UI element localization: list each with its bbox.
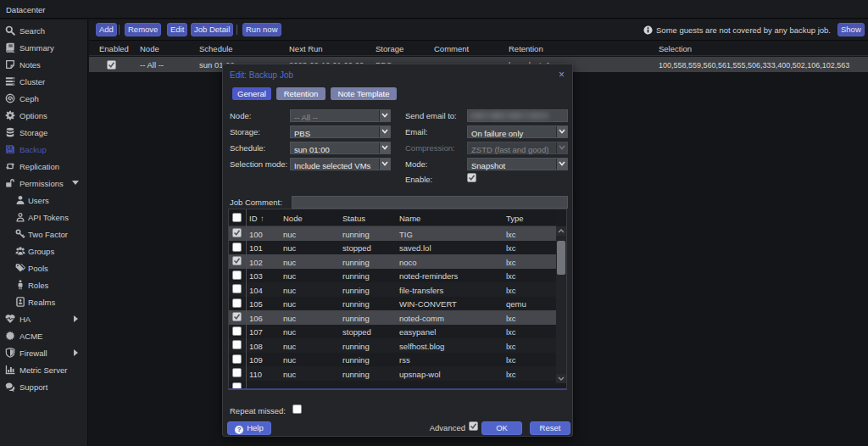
sidebar-item-realms[interactable]: Realms xyxy=(0,293,87,310)
row-checkbox[interactable] xyxy=(232,368,242,377)
grid-column-header-node[interactable]: Node xyxy=(283,214,303,223)
row-checkbox[interactable] xyxy=(232,228,242,237)
enable-checkbox[interactable] xyxy=(467,173,476,182)
column-header-next-run[interactable]: Next Run xyxy=(289,44,323,53)
sidebar-item-roles[interactable]: Roles xyxy=(0,276,87,293)
sidebar-item-storage[interactable]: Storage xyxy=(0,124,87,141)
column-header-node[interactable]: Node xyxy=(140,44,159,53)
row-checkbox[interactable] xyxy=(232,354,242,364)
grid-row-108[interactable]: 108nucrunningselfhost.bloglxc xyxy=(229,338,566,353)
mode-dropdown-trigger[interactable] xyxy=(556,159,567,170)
row-checkbox[interactable] xyxy=(232,326,242,336)
grid-row-102[interactable]: 102nucrunningnocolxc xyxy=(229,254,566,269)
sidebar-item-groups[interactable]: Groups xyxy=(0,243,87,259)
tab-retention[interactable]: Retention xyxy=(276,87,326,100)
tab-general[interactable]: General xyxy=(232,87,271,100)
schedule-combobox[interactable]: sun 01:00 xyxy=(290,142,391,154)
grid-row-partial[interactable] xyxy=(229,381,566,389)
sidebar-item-search[interactable]: Search xyxy=(0,22,87,39)
sidebar-item-pools[interactable]: Pools xyxy=(0,259,87,276)
sidebar-item-firewall[interactable]: Firewall xyxy=(0,344,87,361)
storage-dropdown-trigger[interactable] xyxy=(379,126,390,137)
email-dropdown-trigger[interactable] xyxy=(556,126,567,137)
remove-button[interactable]: Remove xyxy=(125,23,161,36)
selection-mode-combobox[interactable]: Include selected VMs xyxy=(290,158,391,170)
sidebar-item-ceph[interactable]: Ceph xyxy=(0,90,87,107)
scroll-down-icon[interactable] xyxy=(556,374,566,383)
schedule-dropdown-trigger[interactable] xyxy=(379,142,390,153)
row-checkbox[interactable] xyxy=(232,312,242,321)
sidebar-item-notes[interactable]: Notes xyxy=(0,56,87,73)
reset-button[interactable]: Reset xyxy=(530,421,570,435)
row-checkbox[interactable] xyxy=(232,270,242,280)
grid-column-header-type[interactable]: Type xyxy=(506,214,524,223)
row-checkbox[interactable] xyxy=(232,256,242,265)
column-header-selection[interactable]: Selection xyxy=(659,44,692,53)
column-header-schedule[interactable]: Schedule xyxy=(199,44,233,53)
column-header-storage[interactable]: Storage xyxy=(376,44,403,53)
job-comment-input[interactable] xyxy=(292,196,568,209)
row-checkbox[interactable] xyxy=(232,284,242,293)
sidebar-item-users[interactable]: Users xyxy=(0,192,87,209)
sidebar-item-permissions[interactable]: Permissions xyxy=(0,175,87,192)
node-combobox[interactable]: -- All -- xyxy=(290,109,391,122)
grid-scrollbar[interactable] xyxy=(556,226,566,383)
grid-row-110[interactable]: 110nucrunningupsnap-wollxc xyxy=(229,366,566,381)
node-dropdown-trigger[interactable] xyxy=(379,110,390,121)
grid-cell-status: running xyxy=(342,299,370,309)
sidebar-item-backup[interactable]: Backup xyxy=(0,141,87,158)
column-header-enabled[interactable]: Enabled xyxy=(99,44,129,53)
row-checkbox[interactable] xyxy=(232,340,242,349)
grid-row-106[interactable]: 106nucrunningnoted-commlxc xyxy=(229,310,566,325)
select-all-checkbox[interactable] xyxy=(232,213,242,222)
tab-note-template[interactable]: Note Template xyxy=(331,87,397,100)
sidebar-item-ha[interactable]: HA xyxy=(0,310,87,327)
row-checkbox[interactable] xyxy=(232,298,242,308)
dialog-close-icon[interactable]: × xyxy=(559,70,565,80)
row-checkbox[interactable] xyxy=(232,382,242,389)
grid-row-100[interactable]: 100nucrunningTIGlxc xyxy=(229,226,566,241)
sidebar-item-metric-server[interactable]: Metric Server xyxy=(0,361,87,378)
sidebar-item-summary[interactable]: Summary xyxy=(0,39,87,56)
grid-row-101[interactable]: 101nucstoppedsaved.lollxc xyxy=(229,241,566,255)
sidebar-item-support[interactable]: Support xyxy=(0,378,87,395)
grid-column-header-name[interactable]: Name xyxy=(399,214,420,223)
grid-column-header-id[interactable]: ID xyxy=(249,214,258,223)
grid-row-109[interactable]: 109nucrunningrsslxc xyxy=(229,353,566,367)
chevron-right-icon[interactable] xyxy=(74,349,78,356)
repeat-missed-checkbox[interactable] xyxy=(292,404,302,414)
grid-column-header-status[interactable]: Status xyxy=(342,214,365,223)
grid-row-107[interactable]: 107nucstoppedeasypanellxc xyxy=(229,325,566,339)
email-combobox[interactable]: On failure only xyxy=(467,125,568,138)
column-header-retention[interactable]: Retention xyxy=(509,44,543,53)
run-now-button[interactable]: Run now xyxy=(242,23,281,36)
mode-combobox[interactable]: Snapshot xyxy=(467,158,568,170)
sidebar-item-options[interactable]: Options xyxy=(0,107,87,124)
enabled-checkbox[interactable] xyxy=(107,60,116,70)
row-checkbox[interactable] xyxy=(232,243,242,252)
selection-mode-dropdown-trigger[interactable] xyxy=(379,159,390,170)
grid-row-103[interactable]: 103nucrunningnoted-reminderslxc xyxy=(229,269,566,283)
ok-button[interactable]: OK xyxy=(481,421,522,435)
send-email-input[interactable] xyxy=(467,109,568,122)
grid-row-104[interactable]: 104nucrunningfile-transferslxc xyxy=(229,282,566,297)
column-header-comment[interactable]: Comment xyxy=(434,44,469,53)
sidebar-item-acme[interactable]: ACME xyxy=(0,327,87,344)
scroll-up-icon[interactable] xyxy=(556,226,566,236)
scrollbar-thumb[interactable] xyxy=(557,241,565,275)
show-button[interactable]: Show xyxy=(837,23,865,36)
storage-combobox[interactable]: PBS xyxy=(290,125,391,138)
edit-button[interactable]: Edit xyxy=(167,23,187,36)
sidebar-item-cluster[interactable]: Cluster xyxy=(0,73,87,90)
sidebar-item-api-tokens[interactable]: API Tokens xyxy=(0,209,87,226)
job-detail-button[interactable]: Job Detail xyxy=(191,23,233,36)
advanced-checkbox[interactable] xyxy=(469,421,478,431)
grid-row-105[interactable]: 105nucrunningWIN-CONVERTqemu xyxy=(229,297,566,311)
add-button[interactable]: Add xyxy=(96,23,117,36)
chevron-down-icon[interactable] xyxy=(72,181,79,185)
help-button[interactable]: ?Help xyxy=(227,421,271,435)
grid-cell-id: 106 xyxy=(249,314,263,323)
sidebar-item-two-factor[interactable]: Two Factor xyxy=(0,226,87,243)
chevron-right-icon[interactable] xyxy=(74,315,78,322)
sidebar-item-replication[interactable]: Replication xyxy=(0,158,87,175)
